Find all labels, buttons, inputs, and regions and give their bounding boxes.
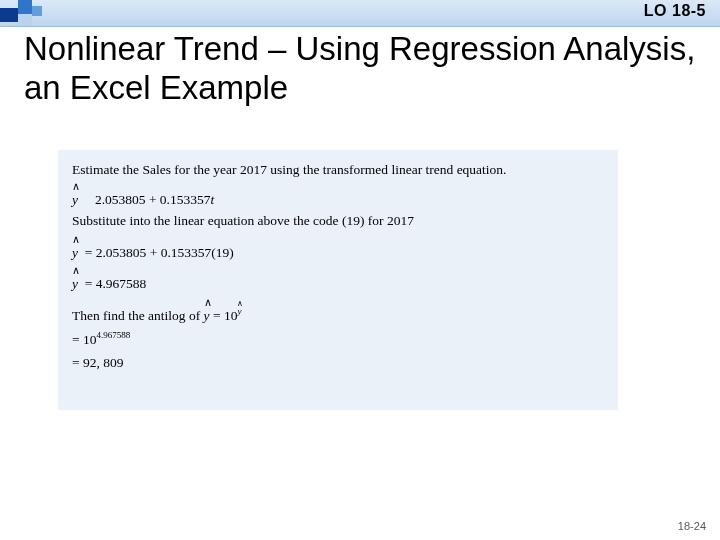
equation-1-rhs: 2.053805 + 0.153357 bbox=[92, 192, 211, 207]
instruction-line-1: Estimate the Sales for the year 2017 usi… bbox=[72, 160, 604, 180]
slide: LO 18-5 Nonlinear Trend – Using Regressi… bbox=[0, 0, 720, 540]
yhat-symbol: ∧ y bbox=[72, 270, 78, 294]
instruction-line-3: Then find the antilog of ∧ y = 10∧y bbox=[72, 302, 604, 326]
line3-a: Then find the antilog of bbox=[72, 308, 204, 323]
logo-square-1 bbox=[0, 8, 18, 22]
learning-objective-tag: LO 18-5 bbox=[644, 2, 706, 20]
equation-4-base: = 10 bbox=[72, 332, 97, 347]
equation-3-rhs: = 4.967588 bbox=[85, 276, 147, 291]
equation-1-var: t bbox=[211, 192, 215, 207]
equation-2-rhs: = 2.053805 + 0.153357(19) bbox=[85, 245, 234, 260]
equation-1: ∧ y 2.053805 + 0.153357t bbox=[72, 186, 604, 210]
content-panel: Estimate the Sales for the year 2017 usi… bbox=[58, 150, 618, 410]
logo-squares bbox=[0, 0, 52, 26]
hat-icon: ∧ bbox=[237, 298, 241, 310]
yhat-symbol: ∧ y bbox=[204, 302, 210, 326]
logo-square-2 bbox=[18, 0, 32, 14]
line3-b: = 10 bbox=[213, 308, 238, 323]
logo-square-4 bbox=[32, 6, 42, 16]
equation-5: = 92, 809 bbox=[72, 353, 604, 373]
equation-4-exponent: 4.967588 bbox=[97, 330, 131, 340]
slide-title: Nonlinear Trend – Using Regression Analy… bbox=[24, 30, 696, 108]
equation-3: ∧ y = 4.967588 bbox=[72, 270, 604, 294]
hat-icon: ∧ bbox=[72, 179, 78, 195]
page-number: 18-24 bbox=[678, 520, 706, 532]
hat-icon: ∧ bbox=[204, 295, 210, 311]
instruction-line-2: Substitute into the linear equation abov… bbox=[72, 211, 604, 231]
yhat-symbol: ∧ y bbox=[72, 239, 78, 263]
hat-icon: ∧ bbox=[72, 263, 78, 279]
header-bar: LO 18-5 bbox=[0, 0, 720, 27]
yhat-symbol: ∧ y bbox=[72, 186, 78, 210]
equation-4: = 104.967588 bbox=[72, 329, 604, 349]
hat-icon: ∧ bbox=[72, 232, 78, 248]
antilog-exponent: ∧y bbox=[237, 306, 241, 316]
logo-square-3 bbox=[18, 14, 32, 26]
equation-2: ∧ y = 2.053805 + 0.153357(19) bbox=[72, 239, 604, 263]
